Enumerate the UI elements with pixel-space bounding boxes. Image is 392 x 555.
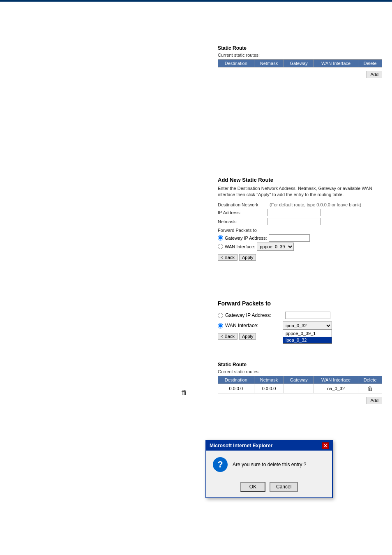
- gateway-radio-label: Gateway IP Address:: [225, 236, 267, 240]
- add-new-static-route-section: Add New Static Route Enter the Destinati…: [218, 177, 382, 261]
- current-routes-label-1: Current static routes:: [218, 53, 382, 58]
- back-button-1[interactable]: < Back: [218, 254, 238, 261]
- add-button-2[interactable]: Add: [367, 397, 382, 404]
- wan-select[interactable]: pppoe_0_39_1: [257, 243, 294, 251]
- col-wan-2: WAN Interface: [314, 376, 358, 384]
- static-route-section-2: Static Route Current static routes: Dest…: [218, 362, 382, 404]
- side-trash-icon[interactable]: 🗑: [181, 389, 187, 396]
- forward-packets-label: Forward Packets to: [218, 228, 267, 233]
- delete-confirm-dialog: Microsoft Internet Explorer × ? Are you …: [205, 440, 333, 498]
- add-route-description: Enter the Destination Network Address, N…: [218, 185, 382, 198]
- col-delete-2: Delete: [358, 376, 382, 384]
- dialog-titlebar: Microsoft Internet Explorer ×: [206, 441, 332, 451]
- fwd-wan-dropdown-container: ipoa_0_32 pppoe_0_39_1 pppoe_0_39_1 ipoa…: [283, 321, 332, 330]
- trash-icon[interactable]: 🗑: [181, 389, 187, 396]
- ip-address-row: IP Address:: [218, 209, 382, 216]
- current-routes-label-2: Current static routes:: [218, 369, 382, 374]
- row-delete[interactable]: 🗑: [358, 384, 382, 393]
- dest-network-label: Destination Network: [218, 202, 267, 207]
- netmask-label: Netmask:: [218, 219, 267, 224]
- fwd-gateway-input[interactable]: [285, 312, 330, 319]
- wan-radio-label: WAN Interface:: [225, 244, 255, 249]
- apply-button-1[interactable]: Apply: [239, 254, 256, 261]
- forward-packets-title: Forward Packets to: [218, 300, 382, 307]
- dialog-buttons: OK Cancel: [206, 479, 332, 497]
- fwd-gateway-radio[interactable]: [218, 313, 223, 318]
- static-route-title-2: Static Route: [218, 362, 382, 368]
- route-table-2: Destination Netmask Gateway WAN Interfac…: [218, 376, 382, 393]
- dialog-question-icon: ?: [213, 457, 228, 472]
- wan-radio-row: WAN Interface: pppoe_0_39_1: [218, 243, 382, 251]
- ip-address-label: IP Address:: [218, 210, 267, 215]
- row-wan: oa_0_32: [314, 384, 358, 393]
- fwd-gateway-label: Gateway IP Address:: [225, 312, 283, 318]
- col-gateway-1: Gateway: [284, 60, 314, 67]
- ip-address-input[interactable]: [267, 209, 321, 216]
- delete-icon-row[interactable]: 🗑: [367, 385, 373, 392]
- col-netmask-1: Netmask: [254, 60, 284, 67]
- row-netmask: 0.0.0.0: [254, 384, 284, 393]
- fwd-gateway-row: Gateway IP Address:: [218, 312, 382, 319]
- table-row: 0.0.0.0 0.0.0.0 oa_0_32 🗑: [218, 384, 382, 393]
- fwd-wan-dropdown-overlay[interactable]: pppoe_0_39_1 ipoa_0_32: [283, 330, 332, 344]
- dialog-ok-button[interactable]: OK: [240, 482, 265, 492]
- col-wan-1: WAN Interface: [314, 60, 358, 67]
- static-route-title-1: Static Route: [218, 45, 382, 51]
- fwd-wan-select[interactable]: ipoa_0_32 pppoe_0_39_1: [283, 321, 332, 330]
- static-route-section-1: Static Route Current static routes: Dest…: [218, 45, 382, 78]
- gateway-radio[interactable]: [218, 235, 223, 240]
- col-netmask-2: Netmask: [254, 376, 284, 384]
- fwd-wan-overlay-option-1[interactable]: pppoe_0_39_1: [283, 330, 332, 337]
- wan-radio[interactable]: [218, 244, 223, 249]
- col-destination-2: Destination: [218, 376, 254, 384]
- dialog-title: Microsoft Internet Explorer: [210, 443, 272, 449]
- netmask-row: Netmask:: [218, 218, 382, 225]
- col-gateway-2: Gateway: [284, 376, 314, 384]
- netmask-input[interactable]: [267, 218, 321, 225]
- gateway-input[interactable]: [269, 234, 310, 242]
- route-table-1: Destination Netmask Gateway WAN Interfac…: [218, 59, 382, 67]
- row-destination: 0.0.0.0: [218, 384, 254, 393]
- fwd-apply-button[interactable]: Apply: [239, 333, 256, 340]
- dialog-close-button[interactable]: ×: [322, 442, 329, 449]
- col-destination-1: Destination: [218, 60, 254, 67]
- dest-network-hint: (For default route, type 0.0.0.0 or leav…: [270, 202, 361, 207]
- row-gateway: [284, 384, 314, 393]
- fwd-wan-row: WAN Interface: ipoa_0_32 pppoe_0_39_1 pp…: [218, 321, 382, 330]
- forward-packets-row: Forward Packets to: [218, 228, 382, 233]
- dest-network-row: Destination Network (For default route, …: [218, 202, 382, 207]
- fwd-back-button[interactable]: < Back: [218, 333, 238, 340]
- dialog-body: ? Are you sure to delete this entry ?: [206, 451, 332, 479]
- dialog-message: Are you sure to delete this entry ?: [233, 462, 306, 467]
- fwd-wan-radio[interactable]: [218, 323, 223, 328]
- top-border: [0, 0, 392, 2]
- dialog-cancel-button[interactable]: Cancel: [270, 482, 298, 492]
- forward-packets-section: Forward Packets to Gateway IP Address: W…: [218, 300, 382, 340]
- gateway-radio-row: Gateway IP Address:: [218, 234, 382, 242]
- add-route-title: Add New Static Route: [218, 177, 382, 183]
- add-button-1[interactable]: Add: [367, 71, 382, 78]
- fwd-wan-label: WAN Interface:: [225, 323, 283, 328]
- col-delete-1: Delete: [358, 60, 382, 67]
- form-buttons-1: < Back Apply: [218, 254, 382, 261]
- fwd-wan-overlay-option-2[interactable]: ipoa_0_32: [283, 337, 332, 343]
